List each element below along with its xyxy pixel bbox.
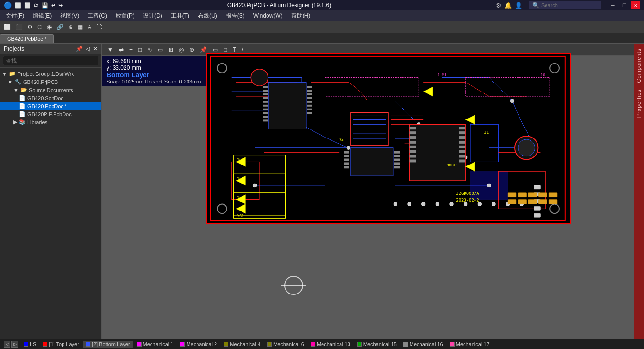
menu-project[interactable]: 工程(C) [84,11,111,21]
canvas-area[interactable]: ▼ ⇌ + □ ∿ ▭ ⊞ ◎ ⊕ 📌 ▭ □ T / x: 69.698 mm… [102,44,644,339]
tb-9[interactable]: A [86,23,93,31]
layer-mech15[interactable]: Mechanical 15 [354,341,400,348]
layer-mech16[interactable]: Mechanical 16 [401,341,446,348]
layer-mech13[interactable]: Mechanical 13 [308,341,353,348]
pcb-tb-target[interactable]: ◎ [177,46,186,54]
menu-view[interactable]: 视图(V) [56,11,83,21]
pcb-tb-point[interactable]: ⊕ [188,46,196,54]
tree-item-label: Project Group 1.DsnWrk [18,71,74,77]
toolbar-icon-4[interactable]: 💾 [42,2,48,9]
menu-file[interactable]: 文件(F) [2,11,28,21]
tree-item-pcbdoc2[interactable]: 📄 GB420P-P.PcbDoc [0,110,101,118]
panel-pin-icon[interactable]: 📌 [76,46,83,52]
svg-rect-140 [263,116,268,118]
layer-mech1[interactable]: Mechanical 1 [134,341,177,348]
tree-item-libraries[interactable]: ▶ 📚 Libraries [0,118,101,126]
pcb-tb-rect[interactable]: □ [136,46,143,54]
pcb-board[interactable]: YG5 YG4 YG3 YG2 YG1 V2 MODE1 J1 J2GD0007… [206,53,571,224]
maximize-button[interactable]: ☐ [619,1,629,9]
layer-ls[interactable]: LS [21,341,39,348]
search-area[interactable]: 🔍 [529,1,601,9]
layer-mech17[interactable]: Mechanical 17 [447,341,492,348]
pcb-tb-box[interactable]: ▭ [211,46,220,54]
window-title: GB420.PrjPCB - Altium Designer (19.1.6) [63,2,496,9]
svg-rect-139 [263,112,268,114]
close-button[interactable]: ✕ [631,1,640,9]
notifications-icon[interactable]: 🔔 [504,2,512,9]
minimize-button[interactable]: ─ [608,1,617,9]
tb-4[interactable]: ⬡ [36,23,44,31]
menu-edit[interactable]: 编辑(E) [29,11,55,21]
layer-nav-right[interactable]: ▷ [11,341,18,348]
svg-rect-143 [307,90,312,92]
search-bar[interactable] [0,54,101,68]
tree-item-source-docs[interactable]: ▼ 📂 Source Documents [0,86,101,94]
tree-item-label: Libraries [27,119,47,125]
layer-nav-left[interactable]: ◁ [4,341,10,348]
pcb-tb-add[interactable]: + [127,46,134,54]
coord-y: y: 33.020 mm [107,64,206,71]
pcb-tb-wave[interactable]: ∿ [145,46,154,54]
tb-6[interactable]: 🔗 [54,23,65,31]
menu-tools[interactable]: 工具(T) [167,11,193,21]
pcb-tb-net[interactable]: ⇌ [117,46,125,54]
tb-3[interactable]: ⚙ [26,23,35,31]
toolbar-icon-5[interactable]: ↩ [51,2,55,9]
tb-open[interactable]: ⬛ [14,23,25,31]
search-input[interactable] [541,2,598,8]
right-tab-components[interactable]: Components [635,46,643,85]
layer-mech6[interactable]: Mechanical 6 [264,341,307,348]
menu-route[interactable]: 布线(U) [194,11,221,21]
coord-bar: x: 69.698 mm y: 33.020 mm Bottom Layer S… [102,56,211,86]
tab-pcbdoc[interactable]: GB420.PcbDoc * [0,34,54,43]
layer-nav: ◁ ▷ [2,341,20,348]
layer-color-mech16 [403,342,408,347]
pcb-tb-line[interactable]: / [240,46,245,54]
user-icon[interactable]: 👤 [515,2,522,9]
tree-item-group[interactable]: ▼ 📁 Project Group 1.DsnWrk [0,70,101,78]
tb-10[interactable]: ⛶ [94,23,104,31]
tree-item-project[interactable]: ▼ 🔧 GB420.PrjPCB [0,78,101,86]
svg-point-130 [251,69,268,86]
svg-text:J2GD0007A: J2GD0007A [456,191,479,196]
svg-rect-73 [394,159,400,161]
settings-icon[interactable]: ⚙ [496,2,501,9]
layer-bottom[interactable]: [2] Bottom Layer [83,341,133,348]
toolbar-icon-2[interactable]: ⬜ [24,2,31,9]
svg-rect-120 [528,193,537,197]
svg-rect-142 [307,86,312,88]
pcb-tb-track[interactable]: ▭ [156,46,165,54]
svg-rect-84 [410,160,416,163]
tb-7[interactable]: ⊕ [66,23,75,31]
pcb-tb-pin[interactable]: 📌 [198,46,209,54]
layer-top[interactable]: [1] Top Layer [40,341,81,348]
tree-item-pcbdoc[interactable]: 📄 GB420.PcbDoc * [0,102,101,110]
svg-text:2023-02-2: 2023-02-2 [456,198,479,203]
project-search-input[interactable] [3,56,98,65]
panel-left-icon[interactable]: ◁ [86,46,90,52]
right-tab-properties[interactable]: Properties [635,86,643,120]
layer-mech2[interactable]: Mechanical 2 [177,341,220,348]
pcb-tb-text[interactable]: T [231,46,238,54]
svg-rect-145 [307,97,312,99]
toolbar-icon-1[interactable]: ⬜ [15,2,21,9]
pcb-tb-filter[interactable]: ▼ [106,46,115,54]
layer-color-mech15 [357,342,362,347]
menu-help[interactable]: 帮助(H) [287,11,314,21]
menu-place[interactable]: 放置(P) [112,11,138,21]
pcb-tb-square[interactable]: □ [222,46,229,54]
pcb-tb-grid[interactable]: ⊞ [167,46,175,54]
tb-8[interactable]: ▦ [76,23,85,31]
menu-design[interactable]: 设计(D) [139,11,166,21]
layer-mech4[interactable]: Mechanical 4 [221,341,263,348]
toolbar-icon-6[interactable]: ↪ [58,2,63,9]
toolbar-icon-3[interactable]: 🗂 [34,2,39,8]
svg-rect-121 [538,193,547,197]
tb-5[interactable]: ◉ [45,23,54,31]
panel-close-icon[interactable]: ✕ [93,46,98,52]
menu-report[interactable]: 报告(S) [222,11,249,21]
tb-new[interactable]: ⬜ [2,23,13,31]
svg-rect-72 [394,155,400,157]
menu-window[interactable]: Window(W) [250,11,286,20]
tree-item-schdoc[interactable]: 📄 GB420.SchDoc [0,94,101,102]
